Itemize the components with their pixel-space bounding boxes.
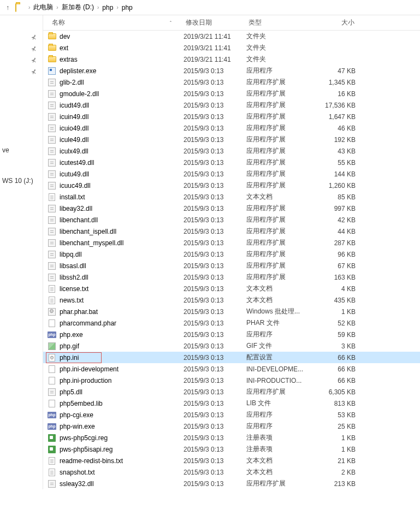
file-name-cell[interactable]: icutest49.dll <box>48 158 184 167</box>
file-row[interactable]: glib-2.dll2015/9/3 0:13应用程序扩展1,345 KB <box>43 76 420 88</box>
file-name-cell[interactable]: phpphp.exe <box>48 330 184 339</box>
file-name-cell[interactable]: libeay32.dll <box>48 204 184 213</box>
column-header-name[interactable]: 名称 ˆ <box>43 18 182 27</box>
file-row[interactable]: iculx49.dll2015/9/3 0:13应用程序扩展43 KB <box>43 145 420 157</box>
file-row[interactable]: readme-redist-bins.txt2015/9/3 0:13文本文档2… <box>43 455 420 466</box>
file-row[interactable]: php.ini2015/9/3 0:13配置设置66 KB <box>43 352 420 363</box>
file-type: 应用程序扩展 <box>246 146 315 156</box>
file-name-cell[interactable]: icuuc49.dll <box>48 181 184 190</box>
file-row[interactable]: icule49.dll2015/9/3 0:13应用程序扩展192 KB <box>43 134 420 145</box>
file-row[interactable]: php5.dll2015/9/3 0:13应用程序扩展6,305 KB <box>43 386 420 398</box>
pin-icon[interactable]: ⊀ <box>0 66 43 78</box>
file-name-cell[interactable]: glib-2.dll <box>48 78 184 87</box>
file-row[interactable]: ext2019/3/21 11:41文件夹 <box>43 42 420 54</box>
file-row[interactable]: pws-php5isapi.reg2015/9/3 0:13注册表项1 KB <box>43 443 420 455</box>
file-name-cell[interactable]: icutu49.dll <box>48 170 184 179</box>
file-row[interactable]: deplister.exe2015/9/3 0:13应用程序47 KB <box>43 65 420 76</box>
file-row[interactable]: libenchant.dll2015/9/3 0:13应用程序扩展42 KB <box>43 214 420 226</box>
file-name-cell[interactable]: ssleay32.dll <box>48 479 184 488</box>
file-size: 44 KB <box>315 228 361 235</box>
breadcrumb[interactable]: ↑ › 此电脑 › 新加卷 (D:) › php › php <box>0 0 420 15</box>
file-name-cell[interactable]: iculx49.dll <box>48 147 184 156</box>
file-row[interactable]: php.ini-development2015/9/3 0:13INI-DEVE… <box>43 363 420 375</box>
file-name-cell[interactable]: gmodule-2.dll <box>48 90 184 98</box>
file-name-cell[interactable]: dev <box>48 32 184 41</box>
file-name-cell[interactable]: libpq.dll <box>48 250 184 259</box>
file-name-cell[interactable]: php5.dll <box>48 388 184 396</box>
file-name-cell[interactable]: libssh2.dll <box>48 273 184 282</box>
file-row[interactable]: news.txt2015/9/3 0:13文本文档435 KB <box>43 294 420 306</box>
file-row[interactable]: pharcommand.phar2015/9/3 0:13PHAR 文件52 K… <box>43 317 420 329</box>
file-name-cell[interactable]: libsasl.dll <box>48 262 184 270</box>
sidebar-item[interactable]: WS 10 (J:) <box>0 174 43 188</box>
file-name-cell[interactable]: icuio49.dll <box>48 124 184 133</box>
file-icon-wrap <box>48 285 56 293</box>
file-row[interactable]: install.txt2015/9/3 0:13文本文档85 KB <box>43 191 420 203</box>
file-row[interactable]: phpphp-cgi.exe2015/9/3 0:13应用程序53 KB <box>43 409 420 421</box>
file-date: 2015/9/3 0:13 <box>184 446 246 453</box>
column-header-size[interactable]: 大小 <box>313 18 360 27</box>
file-name-cell[interactable]: php.gif <box>48 342 184 351</box>
pin-icon[interactable]: ⊀ <box>0 32 43 43</box>
file-name-cell[interactable]: libenchant.dll <box>48 216 184 224</box>
file-row[interactable]: php.ini-production2015/9/3 0:13INI-PRODU… <box>43 375 420 386</box>
file-name-cell[interactable]: deplister.exe <box>48 67 184 75</box>
file-row[interactable]: license.txt2015/9/3 0:13文本文档4 KB <box>43 283 420 294</box>
file-row[interactable]: php.gif2015/9/3 0:13GIF 文件3 KB <box>43 340 420 352</box>
file-name-cell[interactable]: license.txt <box>48 285 184 293</box>
file-name-cell[interactable]: php5embed.lib <box>48 399 184 408</box>
file-row[interactable]: libenchant_myspell.dll2015/9/3 0:13应用程序扩… <box>43 237 420 248</box>
up-button[interactable]: ↑ <box>2 4 13 11</box>
file-name-cell[interactable]: phar.phar.bat <box>48 307 184 316</box>
file-name-cell[interactable]: libenchant_ispell.dll <box>48 227 184 236</box>
file-row[interactable]: libenchant_ispell.dll2015/9/3 0:13应用程序扩展… <box>43 226 420 237</box>
file-row[interactable]: extras2019/3/21 11:41文件夹 <box>43 54 420 65</box>
breadcrumb-item[interactable]: 此电脑 <box>31 3 55 12</box>
file-name-cell[interactable]: snapshot.txt <box>48 468 184 477</box>
file-name-cell[interactable]: phpphp-cgi.exe <box>48 411 184 419</box>
file-name-cell[interactable]: icule49.dll <box>48 135 184 144</box>
file-name-cell[interactable]: php.ini-development <box>48 365 184 374</box>
column-header-type[interactable]: 类型 <box>245 18 313 27</box>
file-row[interactable]: phpphp-win.exe2015/9/3 0:13应用程序25 KB <box>43 421 420 432</box>
file-name-cell[interactable]: php.ini-production <box>48 376 184 385</box>
file-row[interactable]: icuuc49.dll2015/9/3 0:13应用程序扩展1,260 KB <box>43 180 420 191</box>
file-row[interactable]: icuin49.dll2015/9/3 0:13应用程序扩展1,647 KB <box>43 111 420 122</box>
file-name-cell[interactable]: icuin49.dll <box>48 113 184 121</box>
file-name-cell[interactable]: ext <box>48 44 184 52</box>
breadcrumb-item[interactable]: php <box>100 4 115 11</box>
pin-icon[interactable]: ⊀ <box>0 43 43 55</box>
file-row[interactable]: icutest49.dll2015/9/3 0:13应用程序扩展55 KB <box>43 157 420 168</box>
file-row[interactable]: dev2019/3/21 11:41文件夹 <box>43 31 420 42</box>
file-name-cell[interactable]: pws-php5cgi.reg <box>48 434 184 442</box>
file-row[interactable]: phpphp.exe2015/9/3 0:13应用程序59 KB <box>43 329 420 340</box>
sidebar-item[interactable]: ve <box>0 143 43 157</box>
file-row[interactable]: libssh2.dll2015/9/3 0:13应用程序扩展163 KB <box>43 271 420 283</box>
file-row[interactable]: php5embed.lib2015/9/3 0:13LIB 文件813 KB <box>43 398 420 409</box>
file-name-cell[interactable]: install.txt <box>48 193 184 202</box>
file-name-cell[interactable]: icudt49.dll <box>48 101 184 110</box>
file-name-cell[interactable]: php.ini <box>48 353 184 362</box>
file-name-cell[interactable]: pws-php5isapi.reg <box>48 445 184 454</box>
file-name-cell[interactable]: extras <box>48 55 184 64</box>
file-row[interactable]: snapshot.txt2015/9/3 0:13文本文档2 KB <box>43 466 420 478</box>
file-row[interactable]: icudt49.dll2015/9/3 0:13应用程序扩展17,536 KB <box>43 99 420 111</box>
breadcrumb-item[interactable]: php <box>120 4 135 11</box>
file-name-cell[interactable]: phpphp-win.exe <box>48 422 184 431</box>
file-name-cell[interactable]: libenchant_myspell.dll <box>48 239 184 247</box>
pin-icon[interactable]: ⊀ <box>0 55 43 66</box>
file-row[interactable]: gmodule-2.dll2015/9/3 0:13应用程序扩展16 KB <box>43 88 420 99</box>
file-name-cell[interactable]: news.txt <box>48 296 184 305</box>
file-row[interactable]: icuio49.dll2015/9/3 0:13应用程序扩展46 KB <box>43 122 420 134</box>
column-header-date[interactable]: 修改日期 <box>182 18 245 27</box>
file-row[interactable]: libsasl.dll2015/9/3 0:13应用程序扩展67 KB <box>43 260 420 271</box>
file-row[interactable]: phar.phar.bat2015/9/3 0:13Windows 批处理...… <box>43 306 420 317</box>
file-name-cell[interactable]: readme-redist-bins.txt <box>48 457 184 465</box>
file-row[interactable]: libpq.dll2015/9/3 0:13应用程序扩展96 KB <box>43 248 420 260</box>
breadcrumb-item[interactable]: 新加卷 (D:) <box>60 3 96 12</box>
file-row[interactable]: icutu49.dll2015/9/3 0:13应用程序扩展144 KB <box>43 168 420 180</box>
file-name-cell[interactable]: pharcommand.phar <box>48 319 184 328</box>
file-row[interactable]: libeay32.dll2015/9/3 0:13应用程序扩展997 KB <box>43 203 420 214</box>
file-row[interactable]: ssleay32.dll2015/9/3 0:13应用程序扩展213 KB <box>43 478 420 489</box>
file-row[interactable]: pws-php5cgi.reg2015/9/3 0:13注册表项1 KB <box>43 432 420 443</box>
